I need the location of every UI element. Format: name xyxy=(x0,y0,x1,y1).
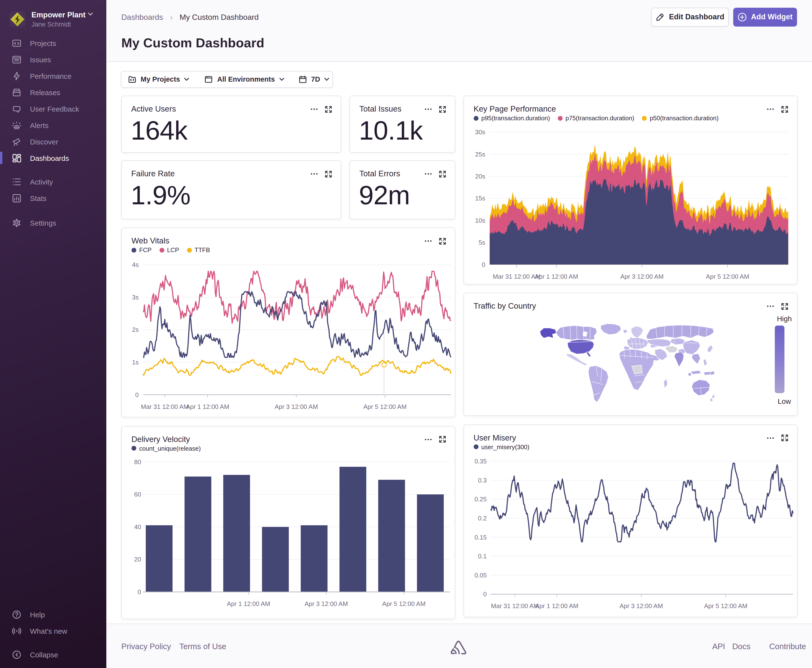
svg-text:Mar 31 12:00 AM: Mar 31 12:00 AM xyxy=(491,602,539,609)
svg-text:25s: 25s xyxy=(475,151,485,158)
svg-text:20s: 20s xyxy=(475,173,485,180)
svg-text:Apr 3 12:00 AM: Apr 3 12:00 AM xyxy=(275,403,318,410)
svg-text:0.25: 0.25 xyxy=(474,495,487,503)
svg-text:Mar 31 12:00 AM: Mar 31 12:00 AM xyxy=(141,403,189,410)
svg-text:0.35: 0.35 xyxy=(474,458,487,465)
svg-text:0: 0 xyxy=(136,391,139,399)
svg-text:15s: 15s xyxy=(475,195,485,202)
svg-text:5s: 5s xyxy=(479,239,485,246)
svg-text:30s: 30s xyxy=(475,129,485,136)
svg-text:Apr 3 12:00 AM: Apr 3 12:00 AM xyxy=(620,273,663,280)
svg-text:Mar 31 12:00 AM: Mar 31 12:00 AM xyxy=(492,273,540,280)
svg-text:10s: 10s xyxy=(475,217,485,224)
svg-text:Apr 5 12:00 AM: Apr 5 12:00 AM xyxy=(382,600,425,607)
svg-text:20: 20 xyxy=(134,556,141,563)
svg-text:0.15: 0.15 xyxy=(474,533,487,541)
svg-text:2s: 2s xyxy=(132,326,139,333)
svg-text:Apr 1 12:00 AM: Apr 1 12:00 AM xyxy=(534,273,578,280)
svg-text:4s: 4s xyxy=(132,261,139,268)
svg-text:Apr 5 12:00 AM: Apr 5 12:00 AM xyxy=(706,273,749,280)
svg-text:60: 60 xyxy=(134,491,141,498)
svg-text:0: 0 xyxy=(482,261,485,268)
svg-text:1s: 1s xyxy=(132,359,139,366)
svg-text:0.2: 0.2 xyxy=(478,514,487,522)
svg-text:Apr 1 12:00 AM: Apr 1 12:00 AM xyxy=(186,403,229,410)
svg-text:0.1: 0.1 xyxy=(478,552,487,559)
svg-text:Apr 1 12:00 AM: Apr 1 12:00 AM xyxy=(535,602,578,609)
svg-text:3s: 3s xyxy=(132,294,139,301)
svg-text:0: 0 xyxy=(138,588,141,595)
svg-text:Apr 1 12:00 AM: Apr 1 12:00 AM xyxy=(227,600,270,607)
svg-text:0.3: 0.3 xyxy=(478,476,487,484)
svg-text:Apr 3 12:00 AM: Apr 3 12:00 AM xyxy=(305,600,348,607)
svg-text:Apr 3 12:00 AM: Apr 3 12:00 AM xyxy=(619,602,663,609)
svg-text:Apr 5 12:00 AM: Apr 5 12:00 AM xyxy=(363,403,407,410)
svg-text:0.05: 0.05 xyxy=(474,571,487,579)
svg-text:80: 80 xyxy=(134,458,141,465)
svg-text:40: 40 xyxy=(134,523,141,530)
svg-text:Apr 5 12:00 AM: Apr 5 12:00 AM xyxy=(704,602,747,609)
svg-text:0: 0 xyxy=(483,590,487,598)
